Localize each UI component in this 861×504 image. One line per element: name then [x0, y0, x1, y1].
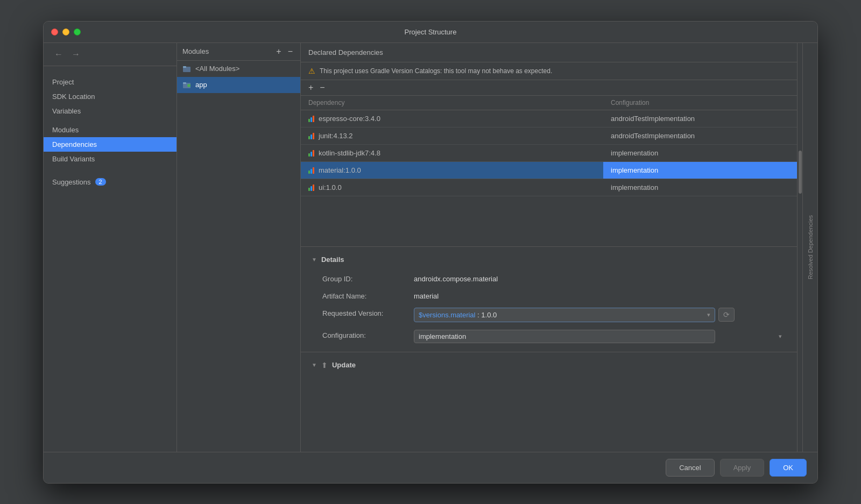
- table-row[interactable]: junit:4.13.2 androidTestImplementation: [301, 127, 797, 145]
- bottom-bar: Cancel Apply OK: [44, 452, 817, 483]
- maximize-button[interactable]: [74, 29, 81, 36]
- module-list: <All Modules> app: [177, 61, 300, 452]
- group-id-value: androidx.compose.material: [414, 273, 786, 283]
- forward-button[interactable]: →: [69, 48, 82, 60]
- cancel-button[interactable]: Cancel: [666, 459, 714, 477]
- chevron-right-icon: ▼: [312, 362, 317, 368]
- apply-button[interactable]: Apply: [720, 459, 765, 477]
- svg-rect-3: [183, 82, 186, 84]
- sidebar-nav: Project SDK Location Variables Modules D…: [44, 66, 177, 194]
- requested-version-field-wrapper: $versions.material : 1.0.0 ▾ ⟳: [414, 308, 786, 322]
- sidebar-item-suggestions[interactable]: Suggestions 2: [44, 175, 177, 189]
- version-val: 1.0.0: [481, 311, 497, 319]
- version-var: $versions.material: [419, 311, 476, 319]
- version-field-text: $versions.material : 1.0.0: [419, 311, 497, 319]
- dropdown-arrow-icon: ▾: [707, 311, 710, 318]
- configuration-label: Configuration:: [322, 330, 408, 343]
- details-grid: Group ID: androidx.compose.material Arti…: [312, 273, 786, 343]
- table-row-selected[interactable]: material:1.0.0 implementation: [301, 162, 797, 179]
- deps-add-button[interactable]: +: [306, 83, 315, 92]
- warning-bar: ⚠ This project uses Gradle Version Catal…: [301, 62, 797, 80]
- module-app-icon: [182, 81, 191, 89]
- sidebar-item-project[interactable]: Project: [44, 75, 177, 89]
- update-section[interactable]: ▼ ⬆ Update: [301, 352, 797, 378]
- dep-cell-name: material:1.0.0: [301, 162, 603, 179]
- dep-cell-config: androidTestImplementation: [603, 127, 797, 144]
- table-row[interactable]: kotlin-stdlib-jdk7:4.8 implementation: [301, 145, 797, 162]
- modules-nav-group: Modules Dependencies Build Variants: [44, 123, 177, 166]
- module-item-all[interactable]: <All Modules>: [177, 61, 300, 77]
- dep-cell-config: implementation: [603, 145, 797, 161]
- deps-table: Dependency Configuration espresso-core:3…: [301, 96, 797, 246]
- module-item-app[interactable]: app: [177, 77, 300, 93]
- table-row[interactable]: espresso-core:3.4.0 androidTestImplement…: [301, 110, 797, 127]
- back-button[interactable]: ←: [52, 48, 65, 60]
- warning-icon: ⚠: [308, 67, 315, 75]
- deps-toolbar: + −: [301, 80, 797, 96]
- upload-icon: ⬆: [321, 361, 328, 370]
- dep-bar-icon: [308, 166, 314, 174]
- configuration-dropdown-wrapper: implementation androidTestImplementation…: [414, 330, 786, 343]
- requested-version-label: Requested Version:: [322, 308, 408, 322]
- project-structure-window: Project Structure ← → Project SDK Locati…: [43, 21, 818, 484]
- window-title: Project Structure: [405, 28, 457, 36]
- deps-remove-button[interactable]: −: [317, 83, 327, 92]
- dep-cell-config: implementation: [603, 162, 797, 179]
- sidebar-item-modules[interactable]: Modules: [44, 123, 177, 137]
- refresh-button[interactable]: ⟳: [718, 308, 735, 322]
- sidebar-item-sdk-location[interactable]: SDK Location: [44, 89, 177, 104]
- version-sep: :: [476, 311, 482, 319]
- dep-cell-name: junit:4.13.2: [301, 127, 603, 144]
- titlebar: Project Structure: [44, 22, 817, 43]
- modules-title: Modules: [182, 47, 209, 55]
- dep-cell-name: espresso-core:3.4.0: [301, 110, 603, 127]
- dep-cell-name: kotlin-stdlib-jdk7:4.8: [301, 145, 603, 161]
- main-content: ← → Project SDK Location Variables Modul…: [44, 43, 817, 452]
- update-title: Update: [332, 361, 356, 369]
- resolved-dependencies-label: Resolved Dependencies: [807, 211, 814, 283]
- resolved-dependencies-tab[interactable]: Resolved Dependencies: [802, 43, 817, 452]
- table-row[interactable]: ui:1.0.0 implementation: [301, 179, 797, 196]
- svg-rect-1: [183, 66, 186, 68]
- chevron-down-icon: ▼: [312, 257, 317, 262]
- dep-bar-icon: [308, 132, 314, 139]
- dep-cell-config: androidTestImplementation: [603, 110, 797, 127]
- col-header-dependency: Dependency: [301, 96, 603, 110]
- dep-bar-icon: [308, 183, 314, 191]
- details-header: ▼ Details: [312, 255, 786, 264]
- dep-bar-icon: [308, 149, 314, 157]
- sidebar-item-build-variants[interactable]: Build Variants: [44, 152, 177, 166]
- deps-table-header: Dependency Configuration: [301, 96, 797, 110]
- modules-add-button[interactable]: +: [274, 47, 283, 56]
- artifact-name-value: material: [414, 290, 786, 300]
- main-panel: Declared Dependencies ⚠ This project use…: [301, 43, 797, 452]
- artifact-name-label: Artifact Name:: [322, 290, 408, 300]
- group-id-label: Group ID:: [322, 273, 408, 283]
- modules-panel: Modules + − <All Modules>: [177, 43, 301, 452]
- modules-remove-button[interactable]: −: [286, 47, 295, 56]
- modules-actions: + −: [274, 47, 295, 56]
- scrollbar-track: [797, 43, 802, 452]
- declared-deps-header: Declared Dependencies: [301, 43, 797, 62]
- details-title: Details: [321, 255, 344, 264]
- module-folder-icon: [182, 65, 191, 73]
- minimize-button[interactable]: [62, 29, 69, 36]
- close-button[interactable]: [51, 29, 58, 36]
- version-dropdown[interactable]: $versions.material : 1.0.0 ▾: [414, 308, 715, 322]
- sidebar-item-dependencies[interactable]: Dependencies: [44, 137, 177, 152]
- sidebar-item-variables[interactable]: Variables: [44, 104, 177, 118]
- svg-point-4: [187, 84, 190, 87]
- configuration-select[interactable]: implementation androidTestImplementation…: [414, 330, 715, 343]
- navigation-bar: ← →: [44, 43, 177, 66]
- dep-bar-icon: [308, 115, 314, 122]
- modules-header: Modules + −: [177, 43, 300, 61]
- dep-cell-config: implementation: [603, 179, 797, 196]
- scrollbar-thumb[interactable]: [799, 151, 802, 194]
- details-section: ▼ Details Group ID: androidx.compose.mat…: [301, 246, 797, 352]
- suggestions-badge: 2: [95, 178, 106, 186]
- ok-button[interactable]: OK: [770, 459, 807, 477]
- col-header-configuration: Configuration: [603, 96, 797, 110]
- traffic-lights: [51, 29, 81, 36]
- sidebar: ← → Project SDK Location Variables Modul…: [44, 43, 177, 452]
- dep-cell-name: ui:1.0.0: [301, 179, 603, 196]
